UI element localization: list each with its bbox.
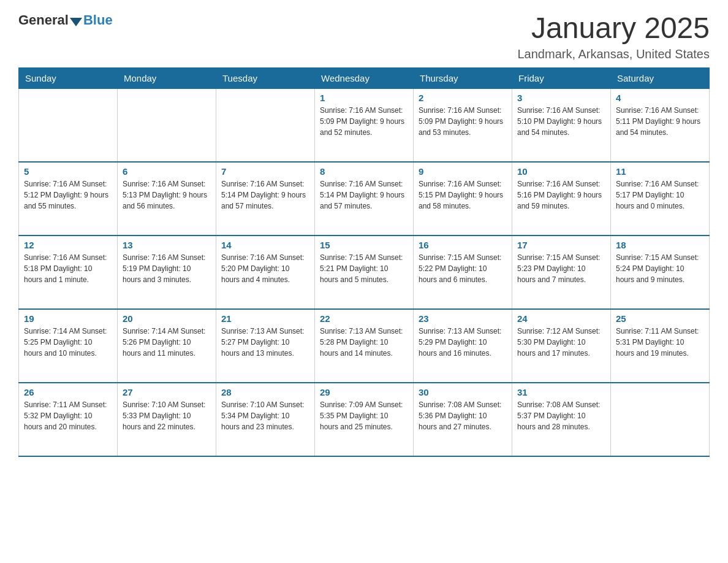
- day-number: 7: [221, 166, 309, 177]
- day-info: Sunrise: 7:11 AM Sunset: 5:32 PM Dayligh…: [24, 399, 112, 432]
- day-number: 16: [419, 240, 507, 250]
- day-info: Sunrise: 7:15 AM Sunset: 5:24 PM Dayligh…: [616, 252, 704, 285]
- logo: General Blue: [18, 12, 113, 28]
- header-wednesday: Wednesday: [315, 67, 414, 88]
- day-number: 18: [616, 240, 704, 250]
- day-info: Sunrise: 7:16 AM Sunset: 5:17 PM Dayligh…: [616, 178, 704, 212]
- day-number: 17: [517, 240, 605, 250]
- title-block: January 2025 Landmark, Arkansas, United …: [518, 12, 710, 61]
- day-number: 15: [320, 240, 408, 250]
- calendar-cell: 9Sunrise: 7:16 AM Sunset: 5:15 PM Daylig…: [414, 162, 512, 236]
- calendar-cell: 16Sunrise: 7:15 AM Sunset: 5:22 PM Dayli…: [414, 236, 512, 309]
- day-number: 28: [221, 387, 309, 397]
- day-info: Sunrise: 7:11 AM Sunset: 5:31 PM Dayligh…: [616, 326, 704, 359]
- day-number: 22: [320, 313, 408, 324]
- header-thursday: Thursday: [414, 67, 512, 88]
- calendar-cell: 12Sunrise: 7:16 AM Sunset: 5:18 PM Dayli…: [19, 236, 118, 309]
- calendar-cell: 28Sunrise: 7:10 AM Sunset: 5:34 PM Dayli…: [216, 383, 315, 456]
- calendar-cell: 13Sunrise: 7:16 AM Sunset: 5:19 PM Dayli…: [118, 236, 216, 309]
- day-info: Sunrise: 7:15 AM Sunset: 5:22 PM Dayligh…: [419, 252, 507, 285]
- calendar-header-row: SundayMondayTuesdayWednesdayThursdayFrid…: [19, 67, 710, 88]
- day-info: Sunrise: 7:13 AM Sunset: 5:29 PM Dayligh…: [419, 326, 507, 359]
- day-number: 23: [419, 313, 507, 324]
- calendar-cell: 25Sunrise: 7:11 AM Sunset: 5:31 PM Dayli…: [611, 309, 710, 383]
- day-number: 19: [24, 313, 112, 324]
- calendar-cell: 31Sunrise: 7:08 AM Sunset: 5:37 PM Dayli…: [512, 383, 611, 456]
- logo-blue: Blue: [83, 12, 113, 28]
- day-info: Sunrise: 7:16 AM Sunset: 5:09 PM Dayligh…: [320, 105, 408, 138]
- header-friday: Friday: [512, 67, 611, 88]
- calendar-table: SundayMondayTuesdayWednesdayThursdayFrid…: [18, 67, 710, 458]
- calendar-cell: [611, 383, 710, 456]
- calendar-cell: 26Sunrise: 7:11 AM Sunset: 5:32 PM Dayli…: [19, 383, 118, 456]
- day-info: Sunrise: 7:08 AM Sunset: 5:36 PM Dayligh…: [419, 399, 507, 432]
- day-number: 21: [221, 313, 309, 324]
- day-info: Sunrise: 7:15 AM Sunset: 5:21 PM Dayligh…: [320, 252, 408, 285]
- day-number: 31: [517, 387, 605, 397]
- day-info: Sunrise: 7:10 AM Sunset: 5:33 PM Dayligh…: [123, 399, 211, 432]
- calendar-cell: [118, 88, 216, 162]
- day-number: 11: [616, 166, 704, 177]
- calendar-week-row: 19Sunrise: 7:14 AM Sunset: 5:25 PM Dayli…: [19, 309, 710, 383]
- day-number: 1: [320, 93, 408, 103]
- logo-arrow-icon: [70, 18, 82, 26]
- page-header: General Blue January 2025 Landmark, Arka…: [18, 12, 710, 61]
- day-info: Sunrise: 7:13 AM Sunset: 5:28 PM Dayligh…: [320, 326, 408, 359]
- day-info: Sunrise: 7:16 AM Sunset: 5:19 PM Dayligh…: [123, 252, 211, 285]
- calendar-cell: 29Sunrise: 7:09 AM Sunset: 5:35 PM Dayli…: [315, 383, 414, 456]
- calendar-cell: 3Sunrise: 7:16 AM Sunset: 5:10 PM Daylig…: [512, 88, 611, 162]
- day-info: Sunrise: 7:14 AM Sunset: 5:25 PM Dayligh…: [24, 326, 112, 359]
- day-info: Sunrise: 7:16 AM Sunset: 5:14 PM Dayligh…: [320, 178, 408, 212]
- location-title: Landmark, Arkansas, United States: [518, 47, 710, 61]
- month-title: January 2025: [518, 12, 710, 45]
- day-info: Sunrise: 7:16 AM Sunset: 5:15 PM Dayligh…: [419, 178, 507, 212]
- day-info: Sunrise: 7:16 AM Sunset: 5:10 PM Dayligh…: [517, 105, 605, 138]
- day-info: Sunrise: 7:16 AM Sunset: 5:12 PM Dayligh…: [24, 178, 112, 212]
- calendar-cell: 14Sunrise: 7:16 AM Sunset: 5:20 PM Dayli…: [216, 236, 315, 309]
- header-monday: Monday: [118, 67, 216, 88]
- day-info: Sunrise: 7:16 AM Sunset: 5:11 PM Dayligh…: [616, 105, 704, 138]
- day-number: 5: [24, 166, 112, 177]
- day-number: 14: [221, 240, 309, 250]
- day-number: 20: [123, 313, 211, 324]
- calendar-week-row: 1Sunrise: 7:16 AM Sunset: 5:09 PM Daylig…: [19, 88, 710, 162]
- calendar-cell: 22Sunrise: 7:13 AM Sunset: 5:28 PM Dayli…: [315, 309, 414, 383]
- calendar-cell: 2Sunrise: 7:16 AM Sunset: 5:09 PM Daylig…: [414, 88, 512, 162]
- header-tuesday: Tuesday: [216, 67, 315, 88]
- day-number: 3: [517, 93, 605, 103]
- day-number: 29: [320, 387, 408, 397]
- day-number: 4: [616, 93, 704, 103]
- calendar-week-row: 26Sunrise: 7:11 AM Sunset: 5:32 PM Dayli…: [19, 383, 710, 456]
- day-info: Sunrise: 7:16 AM Sunset: 5:18 PM Dayligh…: [24, 252, 112, 285]
- day-number: 25: [616, 313, 704, 324]
- day-info: Sunrise: 7:16 AM Sunset: 5:13 PM Dayligh…: [123, 178, 211, 212]
- calendar-cell: 4Sunrise: 7:16 AM Sunset: 5:11 PM Daylig…: [611, 88, 710, 162]
- day-info: Sunrise: 7:09 AM Sunset: 5:35 PM Dayligh…: [320, 399, 408, 432]
- calendar-cell: 18Sunrise: 7:15 AM Sunset: 5:24 PM Dayli…: [611, 236, 710, 309]
- day-number: 27: [123, 387, 211, 397]
- day-info: Sunrise: 7:16 AM Sunset: 5:16 PM Dayligh…: [517, 178, 605, 212]
- day-info: Sunrise: 7:13 AM Sunset: 5:27 PM Dayligh…: [221, 326, 309, 359]
- calendar-cell: 21Sunrise: 7:13 AM Sunset: 5:27 PM Dayli…: [216, 309, 315, 383]
- calendar-cell: 10Sunrise: 7:16 AM Sunset: 5:16 PM Dayli…: [512, 162, 611, 236]
- calendar-cell: 19Sunrise: 7:14 AM Sunset: 5:25 PM Dayli…: [19, 309, 118, 383]
- day-info: Sunrise: 7:15 AM Sunset: 5:23 PM Dayligh…: [517, 252, 605, 285]
- day-info: Sunrise: 7:14 AM Sunset: 5:26 PM Dayligh…: [123, 326, 211, 359]
- day-number: 2: [419, 93, 507, 103]
- calendar-cell: 11Sunrise: 7:16 AM Sunset: 5:17 PM Dayli…: [611, 162, 710, 236]
- day-number: 24: [517, 313, 605, 324]
- logo-general: General: [18, 12, 69, 28]
- calendar-cell: [216, 88, 315, 162]
- day-info: Sunrise: 7:16 AM Sunset: 5:09 PM Dayligh…: [419, 105, 507, 138]
- calendar-cell: 17Sunrise: 7:15 AM Sunset: 5:23 PM Dayli…: [512, 236, 611, 309]
- day-info: Sunrise: 7:12 AM Sunset: 5:30 PM Dayligh…: [517, 326, 605, 359]
- day-number: 6: [123, 166, 211, 177]
- day-info: Sunrise: 7:16 AM Sunset: 5:20 PM Dayligh…: [221, 252, 309, 285]
- day-number: 30: [419, 387, 507, 397]
- calendar-cell: 7Sunrise: 7:16 AM Sunset: 5:14 PM Daylig…: [216, 162, 315, 236]
- calendar-cell: 5Sunrise: 7:16 AM Sunset: 5:12 PM Daylig…: [19, 162, 118, 236]
- calendar-cell: 15Sunrise: 7:15 AM Sunset: 5:21 PM Dayli…: [315, 236, 414, 309]
- day-number: 12: [24, 240, 112, 250]
- calendar-cell: [19, 88, 118, 162]
- calendar-cell: 23Sunrise: 7:13 AM Sunset: 5:29 PM Dayli…: [414, 309, 512, 383]
